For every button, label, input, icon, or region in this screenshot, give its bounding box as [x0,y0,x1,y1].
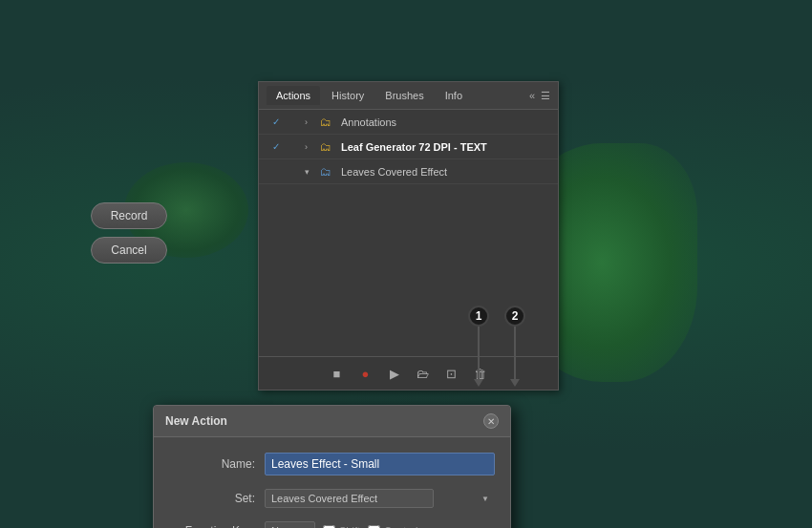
arrow-leaf-gen[interactable]: › [305,142,320,152]
play-button[interactable]: ▶ [384,363,405,384]
panel-header: Actions History Brushes Info « ☰ [259,82,558,110]
dialog-buttons: Record Cancel [91,202,167,264]
stop-button[interactable]: ■ [327,363,348,384]
new-action-button[interactable]: ⊡ [441,363,462,384]
arrow-line-2 [514,327,516,379]
name-input[interactable] [265,453,495,475]
folder-annotations: 🗂 [320,116,337,129]
close-button[interactable]: ✕ [483,413,499,429]
tab-actions[interactable]: Actions [267,86,320,105]
shift-checkbox-label[interactable]: Shift [323,525,360,529]
new-set-button[interactable]: 🗁 [413,363,434,384]
annotation-2: 2 [504,306,525,387]
control-checkbox-label[interactable]: Control [368,525,417,529]
check-annotations[interactable]: ✓ [267,116,286,127]
menu-icon[interactable]: ☰ [541,90,550,102]
form-row-function-key: Function Key: None F1 F2 Shift [169,521,495,528]
record-button[interactable]: ● [355,363,376,384]
arrow-annotations[interactable]: › [305,117,320,127]
collapse-icon[interactable]: « [529,90,535,101]
annotation-number-1: 1 [468,306,489,327]
cancel-button[interactable]: Cancel [91,237,167,264]
function-key-row: None F1 F2 Shift Control [265,521,417,528]
folder-leaves-covered: 🗂 [320,165,337,179]
arrow-line-1 [478,327,480,379]
shift-checkbox[interactable] [323,525,335,529]
arrow-head-1 [474,379,483,387]
label-leaf-gen: Leaf Generator 72 DPI - TEXT [341,141,550,153]
action-row-leaves-covered[interactable]: ▾ 🗂 Leaves Covered Effect [259,159,558,184]
dialog-body: Name: Set: Leaves Covered Effect Annotat… [154,437,510,528]
panel-controls: « ☰ [529,90,550,102]
label-annotations: Annotations [341,116,550,128]
function-key-label: Function Key: [169,524,255,528]
fk-select-wrapper: None F1 F2 [265,521,315,528]
arrow-leaves-covered[interactable]: ▾ [305,167,320,177]
annotation-1: 1 [468,306,489,387]
form-row-set: Set: Leaves Covered Effect Annotations L… [169,489,495,508]
dialog-header: New Action ✕ [154,406,510,437]
folder-leaf-gen: 🗂 [320,140,337,154]
name-label: Name: [169,457,255,471]
panel-tabs: Actions History Brushes Info [267,86,472,105]
label-leaves-covered: Leaves Covered Effect [341,166,550,178]
function-key-select[interactable]: None F1 F2 [265,521,315,528]
action-row-annotations[interactable]: ✓ › 🗂 Annotations [259,110,558,135]
annotation-container: 1 2 [468,306,525,387]
set-select[interactable]: Leaves Covered Effect Annotations Leaf G… [265,489,434,508]
dialog-title: New Action [165,414,227,428]
set-label: Set: [169,492,255,505]
action-row-leaf-gen[interactable]: ✓ › 🗂 Leaf Generator 72 DPI - TEXT [259,135,558,159]
annotation-number-2: 2 [504,306,525,327]
tab-brushes[interactable]: Brushes [375,86,433,105]
record-action-button[interactable]: Record [91,202,167,229]
tab-history[interactable]: History [322,86,374,105]
new-action-dialog: New Action ✕ Name: Set: Leaves Covered E… [153,405,511,528]
form-row-name: Name: [169,453,495,475]
tab-info[interactable]: Info [436,86,472,105]
set-select-wrapper: Leaves Covered Effect Annotations Leaf G… [265,489,495,508]
control-checkbox[interactable] [368,525,380,529]
check-leaf-gen[interactable]: ✓ [267,141,286,152]
arrow-head-2 [510,379,520,387]
